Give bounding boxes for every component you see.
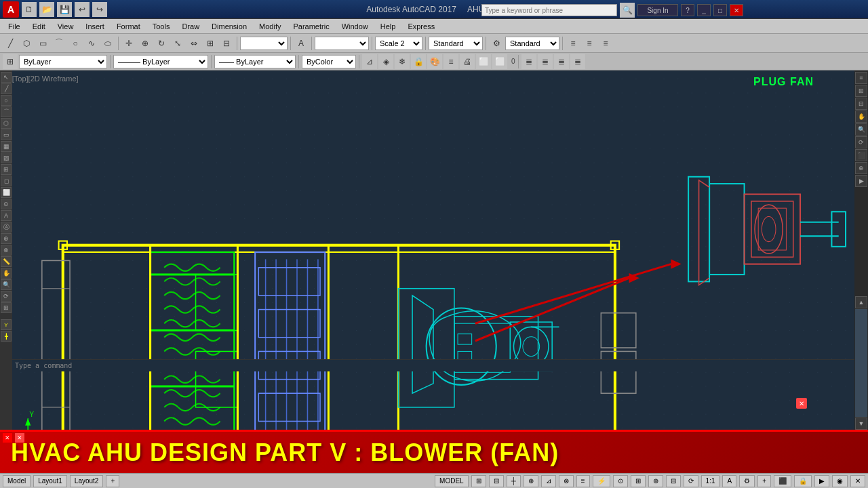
menu-view[interactable]: View [52, 21, 79, 32]
gizmo-btn[interactable]: ⟳ [684, 475, 698, 487]
tb-rotate[interactable]: ↻ [154, 36, 169, 51]
rt-orbit-rt[interactable]: ⟳ [855, 136, 867, 148]
tb-vp[interactable]: ⬜ [476, 54, 491, 69]
tb-offset[interactable]: ⊞ [203, 36, 218, 51]
lt-revision[interactable]: ⊙ [1, 199, 12, 209]
rt-zoom-rt[interactable]: 🔍 [855, 123, 867, 136]
linewidth-btn[interactable]: ≡ [576, 475, 590, 487]
tb-right-extra2[interactable]: ≡ [582, 36, 597, 51]
lt-line[interactable]: ╱ [1, 83, 12, 94]
lt-pan[interactable]: ✋ [1, 268, 12, 279]
tb-isolate[interactable]: ◈ [378, 54, 393, 69]
maximize-button[interactable]: □ [713, 4, 727, 16]
tb-properties[interactable]: ⚙ [489, 36, 504, 51]
model-tab[interactable]: Model [3, 475, 31, 487]
tb-spline[interactable]: ∿ [84, 36, 99, 51]
tb-ellipse[interactable]: ⬭ [100, 36, 115, 51]
tb-text[interactable]: A [294, 36, 309, 51]
lt-measure[interactable]: 📏 [1, 256, 12, 267]
settings-btn[interactable]: ⚙ [739, 475, 755, 487]
tb-match-props[interactable]: ⊿ [362, 54, 377, 69]
ortho-btn[interactable]: ┼ [507, 475, 521, 487]
lt-mtext[interactable]: Ⓐ [1, 222, 12, 232]
lt-3d-nav[interactable]: ⟳ [1, 291, 12, 302]
tb-vp2[interactable]: ⬜ [492, 54, 507, 69]
tb-mirror[interactable]: ⇔ [186, 36, 201, 51]
lt-hatch[interactable]: ▦ [1, 141, 12, 152]
tb-copy[interactable]: ⊕ [138, 36, 153, 51]
close-button[interactable]: ✕ [730, 4, 743, 16]
polar-btn[interactable]: ⊕ [524, 475, 538, 487]
menu-parametric[interactable]: Parametric [288, 21, 334, 32]
tb-freeze[interactable]: ❄ [395, 54, 410, 69]
rt-btn3[interactable]: ⊟ [855, 98, 867, 110]
ws-btn[interactable]: ⬛ [774, 475, 791, 487]
help-button[interactable]: ? [681, 4, 694, 16]
rt-btn2[interactable]: ⊞ [855, 85, 867, 97]
rt-steering[interactable]: ⊕ [855, 162, 867, 174]
menu-file[interactable]: File [3, 21, 26, 32]
tb-extra4[interactable]: ≣ [570, 54, 585, 69]
lt-attdef[interactable]: ⊗ [1, 245, 12, 256]
menu-help[interactable]: Help [375, 21, 401, 32]
sel-cycle-btn[interactable]: ⊙ [613, 475, 628, 487]
lt-ucs[interactable]: ╋ [1, 331, 12, 342]
search-button[interactable]: 🔍 [620, 3, 635, 18]
tb-move[interactable]: ✛ [121, 36, 136, 51]
3dosnap-btn[interactable]: ⊞ [631, 475, 646, 487]
rt-vscroll-down[interactable]: ▼ [855, 418, 867, 430]
lt-gradient[interactable]: ▨ [1, 152, 12, 163]
lt-select[interactable]: ↖ [1, 72, 12, 83]
hwaccel-btn[interactable]: ▶ [814, 475, 829, 487]
lt-wipeout[interactable]: ⬜ [1, 187, 12, 198]
qp-btn[interactable]: ⚡ [593, 475, 610, 487]
lt-circle[interactable]: ○ [1, 95, 12, 106]
tb-array[interactable]: ⊟ [219, 36, 234, 51]
layout1-tab[interactable]: Layout1 [33, 475, 67, 487]
menu-tools[interactable]: Tools [147, 21, 176, 32]
filter-btn[interactable]: ⊟ [666, 475, 681, 487]
tb-draw-poly[interactable]: ⬡ [19, 36, 34, 51]
menu-window[interactable]: Window [336, 21, 374, 32]
drawing-canvas[interactable]: Y [0, 70, 868, 430]
tb-lock[interactable]: 🔒 [411, 54, 426, 69]
add-layout-btn[interactable]: + [106, 475, 119, 487]
lt-insert[interactable]: ⊕ [1, 233, 12, 244]
lt-boundary[interactable]: ⊞ [1, 164, 12, 175]
quick-access-redo[interactable]: ↪ [92, 2, 107, 17]
close-ws-btn[interactable]: ✕ [850, 475, 865, 487]
rt-view-cube[interactable]: ⬛ [855, 149, 867, 161]
grid-btn[interactable]: ⊞ [471, 475, 486, 487]
lt-region[interactable]: ◻ [1, 176, 12, 186]
sign-in-button[interactable]: Sign In [637, 4, 678, 16]
tb-right-extra3[interactable]: ≡ [598, 36, 613, 51]
tb-linewt[interactable]: ≡ [443, 54, 458, 69]
lt-orbit[interactable]: ⊞ [1, 302, 12, 313]
search-input[interactable] [481, 4, 617, 16]
tb-draw-rect[interactable]: ▭ [35, 36, 50, 51]
menu-insert[interactable]: Insert [80, 21, 110, 32]
isolate-btn[interactable]: ◉ [832, 475, 848, 487]
linetype-dropdown[interactable]: ——— ByLayer [113, 55, 208, 68]
color-dropdown[interactable]: ByColor [302, 55, 356, 68]
menu-format[interactable]: Format [111, 21, 146, 32]
tb-extra1[interactable]: ≣ [521, 54, 536, 69]
scale-select-1[interactable]: Scale 2 [240, 37, 288, 50]
menu-express[interactable]: Express [402, 21, 440, 32]
anno-btn[interactable]: A [722, 475, 736, 487]
lt-rect[interactable]: ▭ [1, 129, 12, 140]
lt-coord[interactable]: Y [1, 319, 12, 330]
minimize-button[interactable]: _ [697, 4, 711, 16]
rt-btn1[interactable]: ≡ [855, 72, 867, 84]
rt-vscroll-up[interactable]: ▲ [855, 296, 867, 308]
tb-draw-line[interactable]: ╱ [3, 36, 18, 51]
banner-pin-btn[interactable]: ✕ [15, 433, 24, 443]
menu-draw[interactable]: Draw [176, 21, 205, 32]
lt-poly[interactable]: ⬡ [1, 118, 12, 129]
lt-text[interactable]: A [1, 210, 12, 221]
dynucs-btn[interactable]: ⊕ [648, 475, 663, 487]
isnap-btn[interactable]: ⊿ [541, 475, 556, 487]
lock-btn[interactable]: 🔒 [794, 475, 812, 487]
model-label[interactable]: MODEL [435, 475, 469, 487]
standard-select-3[interactable]: Standard [505, 37, 559, 50]
